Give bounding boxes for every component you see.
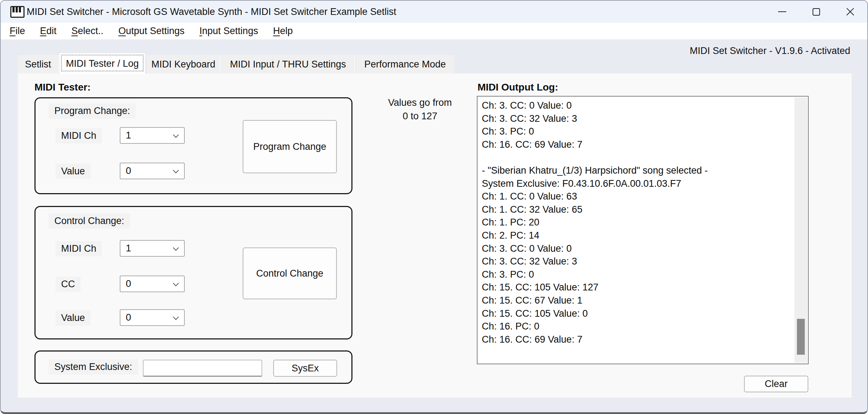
title-bar: MIDI Set Switcher - Microsoft GS Wavetab… bbox=[1, 1, 867, 23]
tab-midi-keyboard[interactable]: MIDI Keyboard bbox=[146, 55, 221, 73]
log-line: Ch: 1. CC: 32 Value: 65 bbox=[482, 203, 791, 216]
values-range-note: Values go from 0 to 127 bbox=[370, 96, 470, 123]
menu-edit[interactable]: Edit bbox=[33, 23, 64, 39]
sysex-button[interactable]: SysEx bbox=[273, 360, 337, 377]
minimize-button[interactable] bbox=[765, 1, 799, 23]
tab-performance-mode[interactable]: Performance Mode bbox=[356, 55, 454, 73]
log-line: Ch: 16. PC: 0 bbox=[482, 320, 791, 333]
tab-midi-tester-log[interactable]: MIDI Tester / Log bbox=[59, 53, 146, 74]
log-line: Ch: 3. CC: 0 Value: 0 bbox=[482, 242, 791, 255]
chevron-down-icon bbox=[173, 167, 179, 173]
version-status-text: MIDI Set Switcher - V1.9.6 - Activated bbox=[690, 45, 850, 56]
log-lines: Ch: 3. CC: 0 Value: 0 Ch: 3. CC: 32 Valu… bbox=[482, 99, 791, 346]
log-scrollbar-track[interactable] bbox=[794, 97, 807, 363]
log-line: Ch: 3. CC: 32 Value: 3 bbox=[482, 255, 791, 268]
pc-value-select[interactable]: 0 bbox=[120, 163, 185, 179]
chevron-down-icon bbox=[173, 280, 179, 286]
chevron-down-icon bbox=[173, 314, 179, 320]
log-line: Ch: 16. CC: 69 Value: 7 bbox=[482, 333, 791, 346]
cc-cc-label: CC bbox=[55, 277, 81, 292]
pc-midi-ch-label: MIDI Ch bbox=[55, 128, 102, 143]
chevron-down-icon bbox=[173, 132, 179, 138]
log-line: Ch: 15. CC: 67 Value: 1 bbox=[482, 294, 791, 307]
log-line: System Exclusive: F0.43.10.6F.0A.00.01.0… bbox=[482, 177, 791, 190]
log-line bbox=[482, 151, 791, 164]
menu-input-settings[interactable]: Input Settings bbox=[192, 23, 265, 39]
cc-midi-ch-label: MIDI Ch bbox=[55, 241, 102, 256]
system-exclusive-group: System Exclusive: SysEx bbox=[34, 350, 352, 384]
cc-value-select[interactable]: 0 bbox=[120, 309, 185, 326]
menu-file[interactable]: File bbox=[2, 23, 33, 39]
program-change-group: Program Change: MIDI Ch 1 Value 0 Progra… bbox=[34, 97, 352, 194]
menu-bar: File Edit Select.. Output Settings Input… bbox=[1, 23, 867, 39]
clear-log-button[interactable]: Clear bbox=[744, 376, 808, 392]
menu-select[interactable]: Select.. bbox=[64, 23, 111, 39]
log-line: Ch: 15. CC: 105 Value: 127 bbox=[482, 281, 791, 294]
log-line: Ch: 16. CC: 69 Value: 7 bbox=[482, 138, 791, 151]
cc-midi-ch-select[interactable]: 1 bbox=[120, 240, 185, 257]
log-line: Ch: 2. PC: 14 bbox=[482, 229, 791, 242]
log-line: Ch: 3. PC: 0 bbox=[482, 268, 791, 281]
close-button[interactable] bbox=[833, 1, 867, 23]
midi-tester-heading: MIDI Tester: bbox=[34, 82, 91, 93]
cc-cc-select[interactable]: 0 bbox=[120, 276, 185, 292]
cc-value-label: Value bbox=[55, 310, 91, 326]
menu-help[interactable]: Help bbox=[265, 23, 300, 39]
minimize-icon bbox=[778, 11, 786, 12]
close-icon bbox=[845, 7, 855, 17]
window-title: MIDI Set Switcher - Microsoft GS Wavetab… bbox=[27, 6, 396, 17]
log-scrollbar-thumb[interactable] bbox=[797, 319, 805, 355]
log-line: Ch: 3. CC: 0 Value: 0 bbox=[482, 99, 791, 112]
log-line: Ch: 15. CC: 105 Value: 0 bbox=[482, 307, 791, 320]
log-line: Ch: 3. PC: 0 bbox=[482, 125, 791, 138]
pc-value-label: Value bbox=[55, 164, 91, 179]
midi-output-log-heading: MIDI Output Log: bbox=[478, 82, 558, 93]
maximize-button[interactable] bbox=[799, 1, 833, 23]
log-line: Ch: 1. CC: 0 Value: 63 bbox=[482, 190, 791, 203]
program-change-title: Program Change: bbox=[49, 103, 136, 119]
log-line: Ch: 3. CC: 32 Value: 3 bbox=[482, 112, 791, 125]
control-change-group: Control Change: MIDI Ch 1 CC 0 Value 0 C… bbox=[34, 206, 352, 339]
control-change-button[interactable]: Control Change bbox=[243, 247, 337, 299]
menu-output-settings[interactable]: Output Settings bbox=[111, 23, 192, 39]
log-line: - "Siberian Khatru_(1/3) Harpsichord" so… bbox=[482, 164, 791, 177]
app-window: MIDI Set Switcher - Microsoft GS Wavetab… bbox=[0, 0, 868, 414]
midi-output-log[interactable]: Ch: 3. CC: 0 Value: 0 Ch: 3. CC: 32 Valu… bbox=[477, 96, 809, 364]
piano-keys-icon bbox=[10, 6, 25, 18]
maximize-icon bbox=[813, 8, 820, 16]
control-change-title: Control Change: bbox=[49, 213, 130, 229]
log-line: Ch: 1. PC: 20 bbox=[482, 216, 791, 229]
system-exclusive-title: System Exclusive: bbox=[49, 359, 138, 375]
sysex-input[interactable] bbox=[143, 360, 262, 377]
tab-midi-input-thru[interactable]: MIDI Input / THRU Settings bbox=[222, 55, 355, 73]
pc-midi-ch-select[interactable]: 1 bbox=[120, 127, 185, 144]
program-change-button[interactable]: Program Change bbox=[243, 120, 337, 173]
tab-setlist[interactable]: Setlist bbox=[18, 55, 59, 73]
chevron-down-icon bbox=[173, 245, 179, 251]
caption-buttons bbox=[765, 1, 867, 23]
